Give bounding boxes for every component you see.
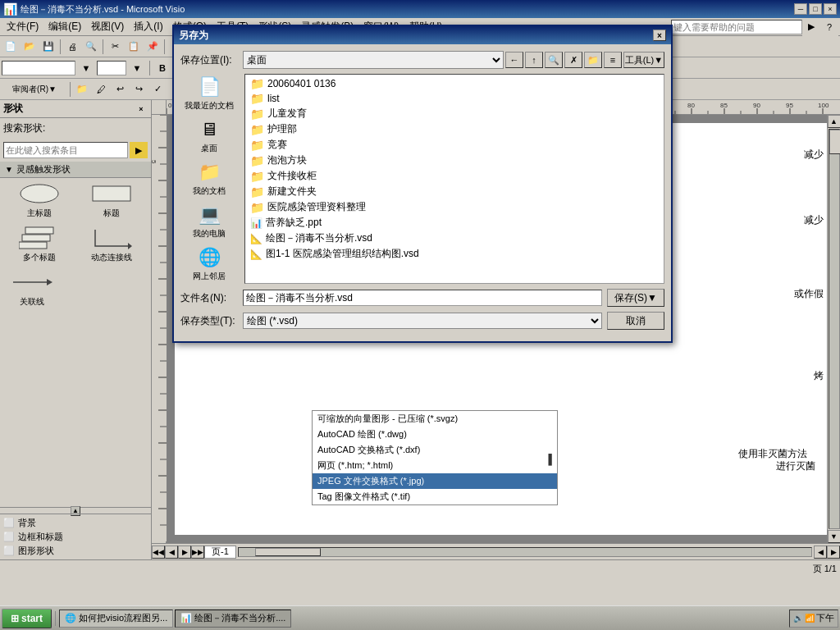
vsd-icon-11: 📐 [250, 249, 262, 260]
dropdown-item-3[interactable]: 网页 (*.htm; *.html) [313, 458, 557, 473]
dialog-title-text: 另存为 [179, 29, 208, 43]
desktop-label: 桌面 [201, 143, 217, 154]
dialog-nav-back[interactable]: ← [505, 52, 523, 68]
dropdown-item-0[interactable]: 可缩放的向量图形 - 已压缩 (*.svgz) [313, 411, 557, 427]
file-item-8[interactable]: 📁 医院感染管理资料整理 [247, 199, 662, 215]
dialog-search[interactable]: 🔍 [545, 52, 563, 68]
file-item-2[interactable]: 📁 儿童发育 [247, 106, 662, 121]
save-location-row: 保存位置(I): 桌面 ← ↑ 🔍 ✗ 📁 ≡ 工具(L)▼ [180, 51, 664, 69]
folder-icon-8: 📁 [250, 201, 264, 214]
folder-icon-3: 📁 [250, 123, 264, 136]
dropdown-item-2[interactable]: AutoCAD 交换格式 (*.dxf) [313, 442, 557, 458]
network-label: 网上邻居 [193, 271, 226, 282]
file-sidebar-recent[interactable]: 📄 我最近的文档 [183, 74, 235, 113]
dialog-close-button[interactable]: × [653, 30, 666, 41]
folder-icon-5: 📁 [250, 154, 264, 167]
cancel-btn-label: 取消 [626, 314, 646, 328]
folder-icon-7: 📁 [250, 185, 264, 199]
file-item-10[interactable]: 📐 绘图－消毒不当分析.vsd [247, 231, 662, 246]
dropdown-item-4[interactable]: JPEG 文件交换格式 (*.jpg) [313, 473, 557, 489]
taskbar-item-browser[interactable]: 🌐 如何把visio流程图另... [59, 609, 173, 628]
filename-input[interactable] [243, 290, 602, 306]
dialog-title-bar: 另存为 × [174, 26, 671, 44]
file-item-4[interactable]: 📁 竞赛 [247, 137, 662, 153]
file-item-6[interactable]: 📁 文件接收柜 [247, 168, 662, 184]
dialog-tools[interactable]: 工具(L)▼ [623, 52, 664, 68]
dialog-cancel-button[interactable]: 取消 [607, 312, 664, 330]
file-list[interactable]: 📁 20060401 0136 📁 list 📁 儿童发育 📁 护理部 [244, 74, 664, 284]
taskbar-item-1-label: 绘图－消毒不当分析.... [194, 612, 285, 624]
my-pc-icon: 💻 [196, 203, 222, 226]
taskbar-sep [55, 611, 56, 626]
taskbar: ⊞ start 🌐 如何把visio流程图另... 📊 绘图－消毒不当分析...… [0, 605, 840, 630]
network-icon: 🌐 [196, 246, 222, 269]
file-name-8: 医院感染管理资料整理 [267, 200, 366, 214]
dropdown-item-1[interactable]: AutoCAD 绘图 (*.dwg) [313, 427, 557, 442]
dialog-nav-up[interactable]: ↑ [525, 52, 543, 68]
file-name-4: 竞赛 [267, 138, 287, 152]
dialog-save-button[interactable]: 保存(S) ▼ [607, 289, 664, 307]
my-pc-label: 我的电脑 [193, 228, 226, 240]
file-item-1[interactable]: 📁 list [247, 91, 662, 106]
vsd-icon-10: 📐 [250, 233, 262, 244]
file-name-11: 图1-1 医院感染管理组织结构图.vsd [266, 247, 419, 261]
filetype-row: 保存类型(T): 绘图 (*.vsd) 取消 [180, 312, 664, 330]
recent-icon: 📄 [196, 75, 222, 98]
desktop-icon: 🖥 [196, 118, 222, 141]
file-item-0[interactable]: 📁 20060401 0136 [247, 76, 662, 91]
save-as-dialog: 另存为 × 保存位置(I): 桌面 ← ↑ 🔍 ✗ 📁 ≡ 工具(L)▼ [172, 25, 673, 343]
file-sidebar-desktop[interactable]: 🖥 桌面 [183, 116, 235, 156]
save-location-label: 保存位置(I): [180, 53, 238, 67]
file-item-3[interactable]: 📁 护理部 [247, 121, 662, 137]
file-name-10: 绘图－消毒不当分析.vsd [266, 231, 372, 245]
folder-icon-6: 📁 [250, 170, 264, 183]
ppt-icon-9: 📊 [250, 217, 262, 229]
file-sidebar-my-pc[interactable]: 💻 我的电脑 [183, 202, 235, 241]
cursor-indicator: ▌ [548, 454, 555, 465]
recent-label: 我最近的文档 [185, 100, 234, 112]
file-browser: 📄 我最近的文档 🖥 桌面 📁 我的文档 💻 我的电脑 [180, 74, 664, 284]
save-btn-label: 保存(S) [614, 291, 647, 305]
tray-icon-sound: 🔊 [793, 614, 803, 623]
save-dropdown-arrow[interactable]: ▼ [647, 292, 657, 304]
file-name-0: 20060401 0136 [267, 78, 336, 89]
folder-icon-4: 📁 [250, 139, 264, 152]
taskbar-item-visio[interactable]: 📊 绘图－消毒不当分析.... [175, 609, 291, 628]
dialog-new-folder[interactable]: 📁 [584, 52, 602, 68]
dialog-body: 保存位置(I): 桌面 ← ↑ 🔍 ✗ 📁 ≡ 工具(L)▼ [174, 44, 671, 341]
tray-time: 下午 [816, 612, 834, 624]
filetype-label: 保存类型(T): [180, 314, 238, 328]
file-name-5: 泡泡方块 [267, 153, 307, 167]
dialog-view-toggle[interactable]: ≡ [604, 52, 622, 68]
file-name-9: 营养缺乏.ppt [266, 216, 322, 230]
file-item-7[interactable]: 📁 新建文件夹 [247, 184, 662, 199]
file-name-3: 护理部 [267, 122, 297, 136]
file-item-11[interactable]: 📐 图1-1 医院感染管理组织结构图.vsd [247, 246, 662, 262]
dropdown-item-5[interactable]: Tag 图像文件格式 (*.tif) [313, 489, 557, 504]
file-name-2: 儿童发育 [267, 107, 307, 121]
windows-icon: ⊞ [11, 613, 19, 624]
folder-icon-1: 📁 [250, 92, 264, 105]
browser-icon: 🌐 [65, 613, 76, 623]
file-name-7: 新建文件夹 [267, 185, 317, 199]
visio-icon: 📊 [180, 613, 192, 623]
file-item-9[interactable]: 📊 营养缺乏.ppt [247, 215, 662, 231]
file-sidebar-network[interactable]: 🌐 网上邻居 [183, 244, 235, 284]
start-label: start [21, 613, 43, 624]
file-sidebar-my-docs[interactable]: 📁 我的文档 [183, 159, 235, 199]
my-docs-label: 我的文档 [193, 185, 226, 197]
my-docs-icon: 📁 [196, 161, 222, 184]
filename-row: 文件名(N): 保存(S) ▼ [180, 289, 664, 307]
taskbar-tray: 🔊 📶 下午 [789, 609, 838, 628]
save-location-select[interactable]: 桌面 [243, 51, 504, 69]
file-item-5[interactable]: 📁 泡泡方块 [247, 153, 662, 168]
taskbar-item-0-label: 如何把visio流程图另... [79, 612, 167, 624]
file-name-1: list [267, 93, 280, 104]
start-button[interactable]: ⊞ start [2, 609, 52, 628]
file-name-6: 文件接收柜 [267, 169, 317, 183]
dialog-delete[interactable]: ✗ [564, 52, 582, 68]
tray-icon-network: 📶 [805, 614, 815, 623]
folder-icon-0: 📁 [250, 77, 264, 90]
filename-label: 文件名(N): [180, 291, 238, 305]
filetype-select[interactable]: 绘图 (*.vsd) [243, 313, 602, 329]
